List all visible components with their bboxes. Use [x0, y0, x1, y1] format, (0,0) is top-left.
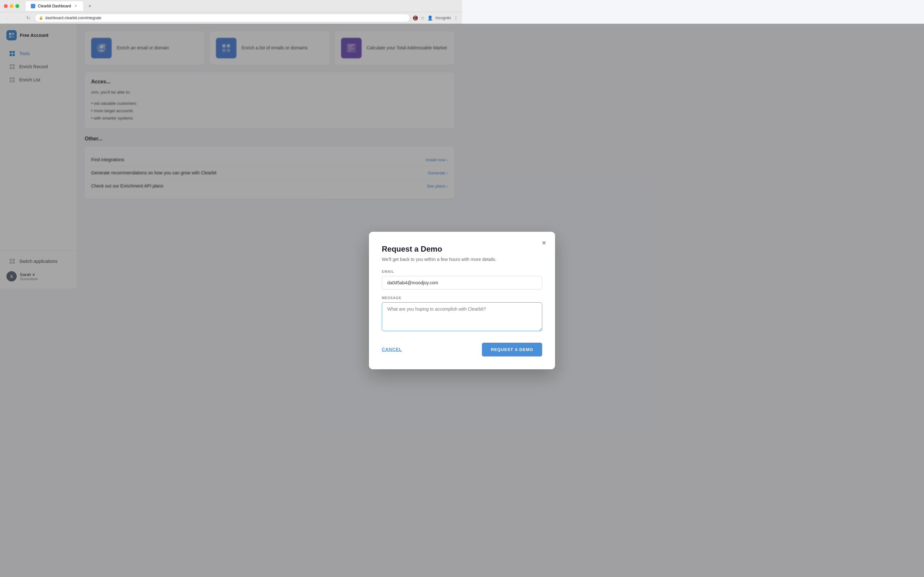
- incognito-label: Incognito: [435, 16, 451, 20]
- maximize-window-button[interactable]: [15, 4, 19, 8]
- tab-title: Clearbit Dashboard: [38, 4, 71, 8]
- incognito-badge: Incognito: [435, 16, 451, 20]
- close-window-button[interactable]: [4, 4, 8, 8]
- browser-chrome: Clearbit Dashboard ✕ +: [0, 0, 462, 12]
- refresh-button[interactable]: ↻: [24, 14, 32, 22]
- email-label: EMAIL: [382, 269, 462, 274]
- browser-actions: 📵 ☆ 👤 Incognito ⋮: [413, 15, 458, 21]
- minimize-window-button[interactable]: [10, 4, 13, 8]
- traffic-lights: [4, 4, 19, 8]
- lock-icon: 🔒: [39, 16, 43, 20]
- tab-favicon: [31, 4, 35, 8]
- menu-icon[interactable]: ⋮: [454, 15, 458, 21]
- email-field[interactable]: [382, 276, 462, 289]
- camera-off-icon: 📵: [413, 15, 418, 21]
- tab-close-button[interactable]: ✕: [73, 4, 78, 8]
- browser-tab[interactable]: Clearbit Dashboard ✕: [26, 1, 83, 11]
- url-text: dashboard.clearbit.com/integrate: [45, 16, 102, 20]
- bookmark-icon[interactable]: ☆: [421, 15, 425, 21]
- new-tab-button[interactable]: +: [86, 3, 94, 9]
- modal-overlay[interactable]: ✕ Request a Demo We'll get back to you w…: [0, 24, 462, 288]
- modal-title: Request a Demo: [382, 245, 462, 253]
- forward-button[interactable]: ›: [14, 14, 22, 22]
- email-form-group: EMAIL: [382, 269, 462, 289]
- modal-subtitle: We'll get back to you within a few hours…: [382, 257, 462, 262]
- browser-nav: ‹ › ↻ 🔒 dashboard.clearbit.com/integrate…: [0, 12, 462, 24]
- demo-request-modal: ✕ Request a Demo We'll get back to you w…: [369, 232, 462, 289]
- address-bar[interactable]: 🔒 dashboard.clearbit.com/integrate: [35, 14, 410, 22]
- profile-icon[interactable]: 👤: [427, 15, 433, 21]
- back-button[interactable]: ‹: [4, 14, 11, 22]
